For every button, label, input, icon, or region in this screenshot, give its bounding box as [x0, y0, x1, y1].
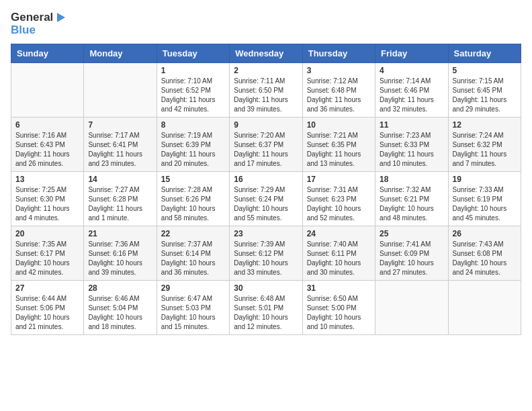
day-info: Sunrise: 7:17 AM Sunset: 6:41 PM Dayligh…: [88, 131, 152, 169]
day-info: Sunrise: 7:12 AM Sunset: 6:48 PM Dayligh…: [307, 77, 371, 114]
calendar-cell: 21Sunrise: 7:36 AM Sunset: 6:16 PM Dayli…: [84, 226, 157, 280]
day-number: 9: [234, 120, 298, 130]
calendar-cell: 2Sunrise: 7:11 AM Sunset: 6:50 PM Daylig…: [230, 62, 302, 117]
day-number: 28: [88, 283, 152, 293]
logo-general: General: [11, 11, 53, 24]
day-number: 3: [307, 66, 371, 75]
calendar-header-row: SundayMondayTuesdayWednesdayThursdayFrid…: [11, 44, 521, 62]
day-info: Sunrise: 7:20 AM Sunset: 6:37 PM Dayligh…: [234, 131, 298, 169]
day-info: Sunrise: 7:40 AM Sunset: 6:11 PM Dayligh…: [307, 240, 371, 277]
day-number: 19: [453, 175, 517, 184]
day-number: 30: [234, 283, 298, 293]
day-info: Sunrise: 6:48 AM Sunset: 5:01 PM Dayligh…: [234, 294, 298, 332]
calendar-cell: 5Sunrise: 7:15 AM Sunset: 6:45 PM Daylig…: [448, 62, 521, 117]
day-info: Sunrise: 7:21 AM Sunset: 6:35 PM Dayligh…: [307, 131, 371, 169]
weekday-header-friday: Friday: [375, 44, 448, 62]
calendar-cell: 30Sunrise: 6:48 AM Sunset: 5:01 PM Dayli…: [230, 280, 302, 334]
weekday-header-monday: Monday: [84, 44, 157, 62]
day-number: 5: [453, 66, 517, 75]
calendar-cell: 24Sunrise: 7:40 AM Sunset: 6:11 PM Dayli…: [302, 226, 375, 280]
calendar-cell: 19Sunrise: 7:33 AM Sunset: 6:19 PM Dayli…: [448, 171, 521, 226]
calendar-week-2: 6Sunrise: 7:16 AM Sunset: 6:43 PM Daylig…: [11, 117, 521, 171]
calendar-cell: 23Sunrise: 7:39 AM Sunset: 6:12 PM Dayli…: [230, 226, 302, 280]
calendar-cell: 31Sunrise: 6:50 AM Sunset: 5:00 PM Dayli…: [302, 280, 375, 334]
day-info: Sunrise: 7:28 AM Sunset: 6:26 PM Dayligh…: [161, 185, 225, 223]
calendar-cell: 18Sunrise: 7:32 AM Sunset: 6:21 PM Dayli…: [375, 171, 448, 226]
day-info: Sunrise: 7:25 AM Sunset: 6:30 PM Dayligh…: [15, 185, 79, 223]
day-info: Sunrise: 7:14 AM Sunset: 6:46 PM Dayligh…: [380, 77, 443, 114]
day-info: Sunrise: 7:32 AM Sunset: 6:21 PM Dayligh…: [380, 185, 443, 223]
weekday-header-wednesday: Wednesday: [230, 44, 302, 62]
weekday-header-tuesday: Tuesday: [157, 44, 229, 62]
logo-text: General Blue: [11, 11, 68, 37]
calendar-cell: 9Sunrise: 7:20 AM Sunset: 6:37 PM Daylig…: [230, 117, 302, 171]
calendar-cell: 20Sunrise: 7:35 AM Sunset: 6:17 PM Dayli…: [11, 226, 84, 280]
day-number: 29: [161, 283, 225, 293]
day-number: 6: [15, 120, 79, 130]
calendar-week-5: 27Sunrise: 6:44 AM Sunset: 5:06 PM Dayli…: [11, 280, 521, 334]
calendar-cell: 3Sunrise: 7:12 AM Sunset: 6:48 PM Daylig…: [302, 62, 375, 117]
day-number: 31: [307, 283, 371, 293]
day-number: 8: [161, 120, 225, 130]
day-number: 14: [88, 175, 152, 184]
day-info: Sunrise: 7:23 AM Sunset: 6:33 PM Dayligh…: [380, 131, 443, 169]
calendar-cell: 11Sunrise: 7:23 AM Sunset: 6:33 PM Dayli…: [375, 117, 448, 171]
calendar-cell: [11, 62, 84, 117]
calendar-cell: 12Sunrise: 7:24 AM Sunset: 6:32 PM Dayli…: [448, 117, 521, 171]
day-number: 24: [307, 229, 371, 238]
day-number: 21: [88, 229, 152, 238]
day-number: 25: [380, 229, 443, 238]
day-number: 26: [453, 229, 517, 238]
calendar-cell: [84, 62, 157, 117]
calendar-cell: 17Sunrise: 7:31 AM Sunset: 6:23 PM Dayli…: [302, 171, 375, 226]
day-number: 17: [307, 175, 371, 184]
day-info: Sunrise: 7:15 AM Sunset: 6:45 PM Dayligh…: [453, 77, 517, 114]
day-number: 13: [15, 175, 79, 184]
calendar-week-4: 20Sunrise: 7:35 AM Sunset: 6:17 PM Dayli…: [11, 226, 521, 280]
day-number: 2: [234, 66, 298, 75]
calendar-cell: 6Sunrise: 7:16 AM Sunset: 6:43 PM Daylig…: [11, 117, 84, 171]
calendar-cell: 14Sunrise: 7:27 AM Sunset: 6:28 PM Dayli…: [84, 171, 157, 226]
logo: General Blue: [11, 11, 68, 37]
svg-marker-0: [57, 13, 65, 22]
page-header: General Blue: [11, 11, 521, 37]
day-number: 10: [307, 120, 371, 130]
day-info: Sunrise: 7:43 AM Sunset: 6:08 PM Dayligh…: [453, 240, 517, 277]
day-number: 11: [380, 120, 443, 130]
day-info: Sunrise: 6:47 AM Sunset: 5:03 PM Dayligh…: [161, 294, 225, 332]
day-number: 22: [161, 229, 225, 238]
day-info: Sunrise: 7:41 AM Sunset: 6:09 PM Dayligh…: [380, 240, 443, 277]
day-number: 16: [234, 175, 298, 184]
day-info: Sunrise: 7:11 AM Sunset: 6:50 PM Dayligh…: [234, 77, 298, 114]
day-info: Sunrise: 6:50 AM Sunset: 5:00 PM Dayligh…: [307, 294, 371, 332]
calendar-cell: 22Sunrise: 7:37 AM Sunset: 6:14 PM Dayli…: [157, 226, 229, 280]
day-info: Sunrise: 7:29 AM Sunset: 6:24 PM Dayligh…: [234, 185, 298, 223]
calendar-week-1: 1Sunrise: 7:10 AM Sunset: 6:52 PM Daylig…: [11, 62, 521, 117]
day-info: Sunrise: 7:16 AM Sunset: 6:43 PM Dayligh…: [15, 131, 79, 169]
calendar-week-3: 13Sunrise: 7:25 AM Sunset: 6:30 PM Dayli…: [11, 171, 521, 226]
day-info: Sunrise: 7:35 AM Sunset: 6:17 PM Dayligh…: [15, 240, 79, 277]
calendar-cell: 26Sunrise: 7:43 AM Sunset: 6:08 PM Dayli…: [448, 226, 521, 280]
weekday-header-sunday: Sunday: [11, 44, 84, 62]
day-info: Sunrise: 7:10 AM Sunset: 6:52 PM Dayligh…: [161, 77, 225, 114]
weekday-header-saturday: Saturday: [448, 44, 521, 62]
day-info: Sunrise: 7:31 AM Sunset: 6:23 PM Dayligh…: [307, 185, 371, 223]
calendar-table: SundayMondayTuesdayWednesdayThursdayFrid…: [11, 44, 521, 335]
calendar-cell: 28Sunrise: 6:46 AM Sunset: 5:04 PM Dayli…: [84, 280, 157, 334]
day-number: 12: [453, 120, 517, 130]
day-info: Sunrise: 7:19 AM Sunset: 6:39 PM Dayligh…: [161, 131, 225, 169]
calendar-cell: [375, 280, 448, 334]
day-number: 1: [161, 66, 225, 75]
calendar-cell: 29Sunrise: 6:47 AM Sunset: 5:03 PM Dayli…: [157, 280, 229, 334]
logo-blue: Blue: [11, 24, 68, 37]
day-info: Sunrise: 6:46 AM Sunset: 5:04 PM Dayligh…: [88, 294, 152, 332]
calendar-cell: 13Sunrise: 7:25 AM Sunset: 6:30 PM Dayli…: [11, 171, 84, 226]
day-number: 15: [161, 175, 225, 184]
calendar-cell: 1Sunrise: 7:10 AM Sunset: 6:52 PM Daylig…: [157, 62, 229, 117]
calendar-cell: [448, 280, 521, 334]
calendar-cell: 7Sunrise: 7:17 AM Sunset: 6:41 PM Daylig…: [84, 117, 157, 171]
day-info: Sunrise: 7:33 AM Sunset: 6:19 PM Dayligh…: [453, 185, 517, 223]
day-info: Sunrise: 7:24 AM Sunset: 6:32 PM Dayligh…: [453, 131, 517, 169]
day-info: Sunrise: 7:27 AM Sunset: 6:28 PM Dayligh…: [88, 185, 152, 223]
calendar-cell: 25Sunrise: 7:41 AM Sunset: 6:09 PM Dayli…: [375, 226, 448, 280]
